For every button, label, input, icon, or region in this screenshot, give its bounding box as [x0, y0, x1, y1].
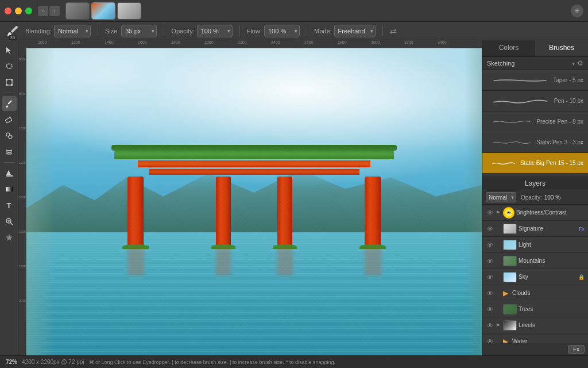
torii-gate [122, 149, 386, 275]
layer-eye-trees[interactable]: 👁 [486, 306, 494, 313]
brush-category-gear[interactable]: ⚙ [577, 59, 583, 67]
layer-eye-brightness[interactable]: 👁 [486, 209, 494, 216]
tool-fill[interactable] [2, 166, 17, 181]
svg-rect-3 [11, 79, 13, 80]
layer-item-water[interactable]: 👁 ▶ Water [482, 334, 588, 343]
mode-control: Mode: Freehand [314, 25, 376, 37]
layer-item-sky[interactable]: 👁 Sky 🔒 [482, 269, 588, 285]
tool-eraser[interactable] [2, 112, 17, 127]
brush-preview-taper [492, 75, 548, 86]
layer-name-signature: Signature [519, 225, 576, 232]
layer-eye-levels[interactable]: 👁 [486, 322, 494, 329]
tool-separator-1 [3, 93, 15, 93]
layer-folder-water: ▶ [503, 338, 508, 343]
layer-item-signature[interactable]: 👁 Signature Fx [482, 221, 588, 237]
brush-preview-pen [492, 95, 550, 107]
doc-tab-2[interactable] [91, 2, 115, 20]
panel-bottom-bar: Fx [482, 343, 588, 355]
layer-eye-water[interactable]: 👁 [486, 338, 494, 343]
flow-select[interactable]: 100 % [264, 25, 300, 37]
layer-thumb-mountains [503, 256, 517, 266]
torii-nuki2 [149, 169, 360, 175]
layers-header: Layers [482, 177, 588, 190]
brush-preview-precise [492, 116, 532, 128]
brush-name-taper: Taper - 5 px [553, 77, 583, 83]
layer-name-levels: Levels [519, 322, 585, 328]
layer-eye-sky[interactable]: 👁 [486, 274, 494, 281]
tool-select[interactable] [2, 43, 17, 57]
layer-pin-brightness: ⚑ [496, 210, 501, 216]
layer-item-trees[interactable]: 👁 Trees [482, 301, 588, 317]
layer-folder-clouds: ▶ [503, 289, 508, 297]
back-arrow[interactable]: ‹ [38, 6, 48, 16]
blending-label: Blending: [25, 28, 52, 34]
add-tab-button[interactable]: + [571, 5, 583, 17]
maximize-button[interactable] [25, 7, 32, 14]
toolbar-divider-3 [239, 26, 240, 36]
canvas-image[interactable] [26, 48, 482, 355]
svg-rect-2 [6, 79, 7, 80]
opacity-select[interactable]: 100 % [197, 25, 233, 37]
sync-icon[interactable]: ⇄ [390, 26, 397, 36]
status-dimensions: 4200 x 2200px @ 72 ppi [22, 359, 84, 365]
layers-blend-select[interactable]: Normal [486, 192, 516, 202]
layers-opacity-value: 100 % [544, 194, 560, 201]
toolbar-divider-2 [164, 26, 164, 36]
doc-tab-1[interactable] [65, 2, 90, 20]
blending-select[interactable]: Normal Multiply Screen [54, 25, 91, 37]
layer-pin-levels: ⚑ [496, 323, 501, 328]
tool-star[interactable] [2, 230, 17, 245]
fx-button[interactable]: Fx [568, 345, 585, 354]
layer-eye-light[interactable]: 👁 [486, 241, 494, 248]
tool-text[interactable]: T [2, 198, 17, 213]
flow-control: Flow: 100 % [247, 25, 300, 37]
layer-item-brightness[interactable]: 👁 ⚑ ☀ Brightness/Contrast [482, 205, 588, 221]
status-hint: ⌘ or Long Click to use Eyedropper. [ to … [89, 359, 335, 365]
layer-item-clouds[interactable]: 👁 ▶ Clouds [482, 285, 588, 301]
tool-brush[interactable] [2, 96, 17, 111]
tab-colors[interactable]: Colors [482, 40, 535, 56]
tool-transform[interactable] [2, 75, 17, 90]
brush-name-static-small: Static Pen 3 - 3 px [536, 139, 583, 145]
doc-tab-3[interactable] [117, 2, 141, 20]
tool-smudge[interactable] [2, 144, 17, 159]
blending-control: Blending: Normal Multiply Screen [25, 25, 91, 37]
brush-category-name: Sketching [487, 60, 514, 67]
svg-line-12 [10, 223, 13, 225]
brush-category-chevron[interactable]: ▾ [572, 60, 575, 67]
tool-zoom[interactable] [2, 214, 17, 229]
layer-thumb-levels [503, 320, 517, 331]
brush-item-static-big[interactable]: Static Big Pen 15 - 15 px [482, 153, 588, 174]
layer-eye-signature[interactable]: 👁 [486, 225, 494, 232]
size-select[interactable]: 35 px [121, 25, 157, 37]
brush-item-taper[interactable]: Taper - 5 px [482, 70, 588, 91]
brush-category-header: Sketching ▾ ⚙ [482, 57, 588, 70]
tool-lasso[interactable] [2, 59, 17, 74]
layer-eye-clouds[interactable]: 👁 [486, 290, 494, 297]
brush-item-precise[interactable]: Precise Pen - 8 px [482, 112, 588, 132]
svg-rect-10 [6, 187, 13, 191]
layer-item-levels[interactable]: 👁 ⚑ Levels [482, 317, 588, 334]
layer-item-light[interactable]: 👁 Light [482, 237, 588, 253]
brush-item-static-small[interactable]: Static Pen 3 - 3 px [482, 132, 588, 153]
ruler-top: 1000 1200 1400 1600 1800 2000 2200 2400 … [26, 40, 482, 48]
artwork [26, 48, 482, 355]
forward-arrow[interactable]: › [49, 6, 60, 16]
tool-clone[interactable] [2, 128, 17, 143]
layer-lock-sky: 🔒 [578, 274, 585, 280]
minimize-button[interactable] [15, 7, 22, 14]
close-button[interactable] [5, 7, 11, 14]
nav-arrows: ‹ › [38, 6, 60, 16]
layer-name-brightness: Brightness/Contrast [516, 209, 585, 216]
layer-name-light: Light [519, 241, 585, 248]
tab-brushes[interactable]: Brushes [535, 40, 588, 56]
layers-title: Layers [525, 179, 546, 187]
brush-item-pen[interactable]: Pen - 10 px [482, 91, 588, 112]
svg-point-8 [9, 135, 12, 139]
layer-eye-mountains[interactable]: 👁 [486, 258, 494, 264]
tool-gradient[interactable] [2, 182, 17, 197]
svg-point-0 [6, 64, 12, 68]
mode-select[interactable]: Freehand [334, 25, 376, 37]
layer-item-mountains[interactable]: 👁 Mountains [482, 253, 588, 269]
canvas-area[interactable]: 1000 1200 1400 1600 1800 2000 2200 2400 … [18, 40, 482, 355]
